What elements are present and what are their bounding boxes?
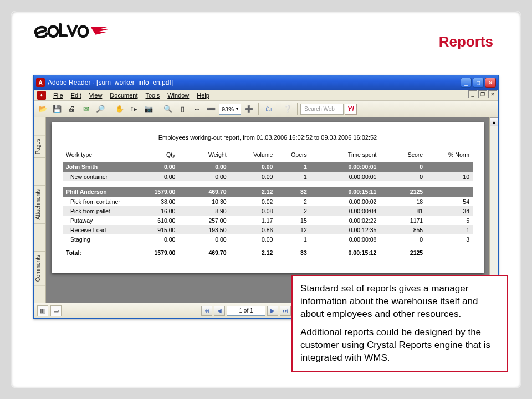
doc-close-button[interactable]: ✕ [488,90,497,98]
menu-window[interactable]: Window [163,91,193,99]
side-tabs: Pages Attachments Comments [34,117,46,303]
hand-tool-icon[interactable]: ✋ [113,103,126,116]
maximize-button[interactable]: □ [473,78,484,88]
search-doc-icon[interactable]: 🔎 [94,103,107,116]
grand-total-row: Total: 1579.00 469.70 2.12 33 0.00:15:12… [63,244,473,258]
page-layout-cont-icon[interactable]: ▭ [50,305,62,316]
adobe-icon: A [36,78,45,87]
table-row: Pick from pallet16.008.900.0820.00:00:04… [63,206,473,216]
table-row: Putaway610.00257.001.17150.00:02:2211715 [63,216,473,225]
yahoo-button[interactable]: Y! [345,104,357,115]
doc-restore-button[interactable]: ❐ [478,90,487,98]
tab-pages[interactable]: Pages [34,135,45,158]
tab-attachments[interactable]: Attachments [34,185,45,224]
group-header: John Smith 0.00 0.00 0.00 1 0.00:00:01 0 [63,162,473,172]
menu-edit[interactable]: Edit [67,91,85,99]
menu-document[interactable]: Document [106,91,141,99]
description-callout: Standard set of reports gives a manager … [291,275,508,372]
window-title: Adobe Reader - [sum_worker_info_en.pdf] [48,79,173,86]
print-icon[interactable]: 🖨 [65,103,78,116]
scroll-up-icon[interactable]: ▲ [490,117,498,126]
col-volume: Volume [230,150,277,162]
fit-width-icon[interactable]: ↔ [190,103,203,116]
table-row: Receive Load915.00193.500.86120.00:12:35… [63,225,473,234]
col-worktype: Work type [63,150,132,162]
callout-paragraph: Additional reports could be designed by … [300,326,499,365]
select-tool-icon[interactable]: I▸ [127,103,141,116]
open-icon[interactable]: 📂 [36,103,49,116]
report-table: Work type Qty Weight Volume Opers Time s… [63,150,473,258]
menu-file[interactable]: File [49,91,67,99]
page-layout-single-icon[interactable]: ▥ [37,305,48,316]
zoom-in-icon[interactable]: 🔍 [161,103,175,116]
minimize-button[interactable]: _ [461,78,472,88]
col-time: Time spent [310,150,380,162]
last-page-button[interactable]: ⏭ [280,306,291,316]
svg-point-1 [79,27,88,37]
next-page-button[interactable]: ▶ [267,306,278,316]
menu-tools[interactable]: Tools [142,91,164,99]
email-icon[interactable]: ✉ [79,103,93,116]
report-title: Employees working-out report, from 01.03… [63,134,473,141]
zoom-plus-icon[interactable]: ➕ [242,103,255,116]
save-icon[interactable]: 💾 [50,103,64,116]
table-row: Staging0.000.000.0010.00:00:0803 [63,234,473,244]
zoom-field[interactable]: 93%▾ [219,104,241,115]
organizer-icon[interactable]: 🗂 [262,103,275,116]
pdf-icon: ✦ [37,91,46,100]
slide: Reports A Adobe Reader - [sum_worker_inf… [11,11,521,388]
doc-minimize-button[interactable]: _ [468,90,477,98]
help-icon[interactable]: ❔ [281,103,294,116]
slide-header: Reports [11,11,521,54]
col-qty: Qty [132,150,179,162]
report-page: Employees working-out report, from 01.03… [52,122,484,273]
menu-view[interactable]: View [85,91,106,99]
prev-page-button[interactable]: ◀ [214,306,225,316]
solvo-logo [33,21,116,38]
slide-title: Reports [439,33,493,50]
page-indicator[interactable]: 1 of 1 [227,306,265,316]
table-header-row: Work type Qty Weight Volume Opers Time s… [63,150,473,162]
col-norm: % Norm [426,150,473,162]
menu-help[interactable]: Help [193,91,213,99]
menu-bar: ✦ File Edit View Document Tools Window H… [34,90,498,101]
svg-point-0 [49,27,58,37]
group-header: Phill Anderson 1579.00 469.70 2.12 32 0.… [63,187,473,197]
table-row: Pick from container38.0010.300.0220.00:0… [63,197,473,206]
first-page-button[interactable]: ⏮ [201,306,212,316]
table-row: New container 0.00 0.00 0.00 1 0.00:00:0… [63,172,473,181]
search-web-input[interactable]: Search Web [300,104,344,115]
tab-comments[interactable]: Comments [34,251,45,285]
col-opers: Opers [276,150,310,162]
fit-page-icon[interactable]: ▯ [176,103,189,116]
callout-paragraph: Standard set of reports gives a manager … [300,283,499,321]
close-button[interactable]: ✕ [485,78,496,88]
scroll-track[interactable] [490,126,498,294]
snapshot-icon[interactable]: 📷 [142,103,155,116]
col-weight: Weight [178,150,229,162]
toolbar: 📂 💾 🖨 ✉ 🔎 ✋ I▸ 📷 🔍 ▯ ↔ ➖ 93%▾ ➕ 🗂 ❔ Sear… [34,101,498,117]
col-score: Score [380,150,426,162]
window-titlebar[interactable]: A Adobe Reader - [sum_worker_info_en.pdf… [34,75,498,90]
zoom-minus-icon[interactable]: ➖ [204,103,218,116]
